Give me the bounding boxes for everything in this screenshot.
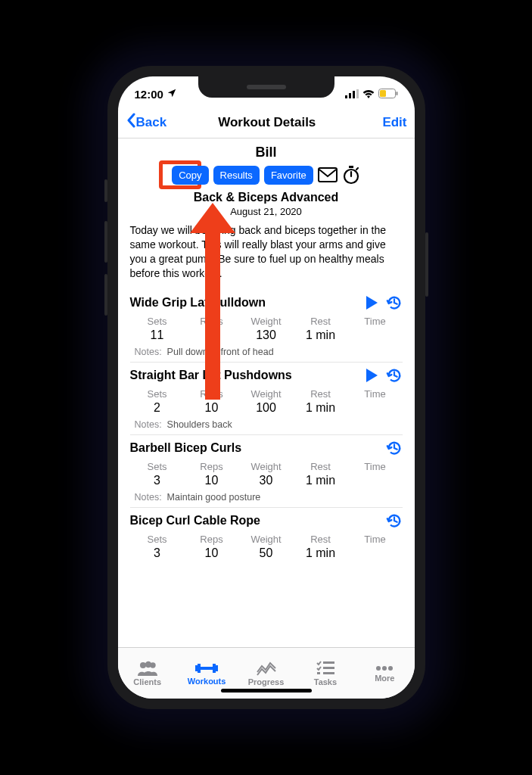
tasks-icon [316, 661, 334, 676]
more-icon [375, 665, 394, 672]
rest-value: 1 min [294, 401, 348, 415]
svg-rect-9 [349, 166, 353, 168]
rest-value: 1 min [294, 328, 348, 342]
svg-rect-17 [216, 665, 218, 671]
reps-label: Reps [185, 316, 239, 327]
svg-rect-3 [356, 89, 359, 98]
exercise-name: Bicep Curl Cable Rope [130, 514, 357, 528]
svg-point-24 [388, 666, 393, 671]
stopwatch-icon[interactable] [342, 165, 360, 185]
exercise-item: Straight Bar Lat Pushdowns Sets2 Reps10 … [130, 362, 403, 430]
reps-value: 15 [185, 328, 239, 342]
rest-value: 1 min [294, 474, 348, 487]
time-label: Time [348, 316, 403, 327]
mail-icon[interactable] [318, 167, 338, 183]
sets-label: Sets [130, 388, 185, 400]
exercise-item: Barbell Bicep Curls Sets3 Reps10 Weight3… [130, 434, 403, 503]
tab-label: Tasks [314, 677, 337, 686]
svg-rect-13 [198, 664, 201, 673]
sets-label: Sets [130, 316, 185, 327]
dumbbell-icon [195, 661, 218, 675]
svg-rect-5 [380, 90, 386, 97]
exercise-metrics: Sets2 Reps10 Weight100 Rest1 min Time [130, 388, 403, 415]
sets-value: 3 [130, 546, 185, 560]
rest-label: Rest [294, 461, 348, 472]
mute-switch [104, 179, 107, 202]
reps-label: Reps [185, 388, 239, 400]
page-title: Workout Details [151, 115, 382, 130]
exercise-notes: Notes: Pull down in front of head [135, 347, 403, 357]
cellular-icon [345, 88, 359, 101]
tab-label: Workouts [188, 677, 226, 686]
wifi-icon [362, 88, 375, 101]
sets-label: Sets [130, 534, 185, 545]
svg-rect-15 [201, 667, 213, 670]
weight-value: 30 [239, 474, 294, 487]
svg-rect-19 [323, 667, 334, 669]
tab-label: More [375, 674, 394, 683]
history-icon[interactable] [386, 294, 403, 311]
exercise-name: Wide Grip Lat Pulldown [130, 296, 357, 310]
sets-value: 2 [130, 401, 185, 415]
workout-title: Back & Biceps Advanced [130, 191, 403, 204]
time-label: Time [348, 461, 403, 472]
battery-icon [378, 88, 398, 101]
sets-value: 3 [130, 474, 185, 487]
status-time: 12:00 [135, 88, 163, 101]
home-indicator[interactable] [221, 689, 312, 693]
svg-point-23 [382, 666, 387, 671]
content: Bill Copy Results Favorite Back & Biceps… [118, 139, 415, 647]
edit-button[interactable]: Edit [382, 115, 406, 130]
results-button[interactable]: Results [213, 166, 260, 185]
reps-value: 10 [185, 474, 239, 487]
svg-point-12 [150, 662, 155, 668]
weight-label: Weight [239, 534, 294, 545]
svg-rect-16 [213, 664, 216, 673]
chevron-left-icon [126, 113, 136, 132]
reps-label: Reps [185, 534, 239, 545]
weight-value: 130 [239, 328, 294, 342]
svg-rect-14 [195, 665, 198, 671]
notes-text: Maintain good posture [167, 492, 261, 503]
exercise-item: Bicep Curl Cable Rope Sets3 Reps10 Weigh… [130, 507, 403, 560]
action-row: Copy Results Favorite [130, 165, 403, 185]
tab-label: Progress [248, 677, 285, 686]
progress-icon [257, 661, 276, 676]
play-icon[interactable] [365, 295, 378, 310]
time-label: Time [348, 534, 403, 545]
favorite-button[interactable]: Favorite [264, 166, 313, 185]
power-button [425, 232, 428, 297]
exercise-item: Wide Grip Lat Pulldown Sets11 Reps15 Wei… [130, 290, 403, 357]
weight-value: 100 [239, 401, 294, 415]
rest-value: 1 min [294, 546, 348, 560]
sets-label: Sets [130, 461, 185, 472]
volume-down [104, 274, 107, 316]
weight-label: Weight [239, 461, 294, 472]
exercise-name: Barbell Bicep Curls [130, 441, 357, 455]
history-icon[interactable] [386, 440, 403, 456]
notes-label: Notes: [135, 419, 162, 430]
workout-date: August 21, 2020 [130, 206, 403, 217]
rest-label: Rest [294, 534, 348, 545]
exercise-notes: Notes: Maintain good posture [135, 492, 403, 503]
rest-label: Rest [294, 388, 348, 400]
time-label: Time [348, 388, 403, 400]
location-icon [166, 88, 177, 101]
svg-rect-2 [353, 91, 355, 98]
svg-rect-0 [345, 95, 347, 98]
notes-text: Pull down in front of head [167, 347, 274, 357]
copy-button[interactable]: Copy [172, 166, 208, 185]
tab-more[interactable]: More [355, 648, 414, 699]
svg-rect-21 [323, 672, 334, 674]
svg-rect-6 [396, 92, 397, 95]
reps-label: Reps [185, 461, 239, 472]
exercise-metrics: Sets11 Reps15 Weight130 Rest1 min Time [130, 316, 403, 342]
weight-label: Weight [239, 316, 294, 327]
tab-clients[interactable]: Clients [118, 648, 177, 699]
history-icon[interactable] [386, 367, 403, 384]
tab-label: Clients [133, 677, 161, 686]
sets-value: 11 [130, 328, 185, 342]
history-icon[interactable] [386, 512, 403, 529]
exercise-metrics: Sets3 Reps10 Weight30 Rest1 min Time [130, 461, 403, 487]
play-icon[interactable] [365, 368, 378, 383]
